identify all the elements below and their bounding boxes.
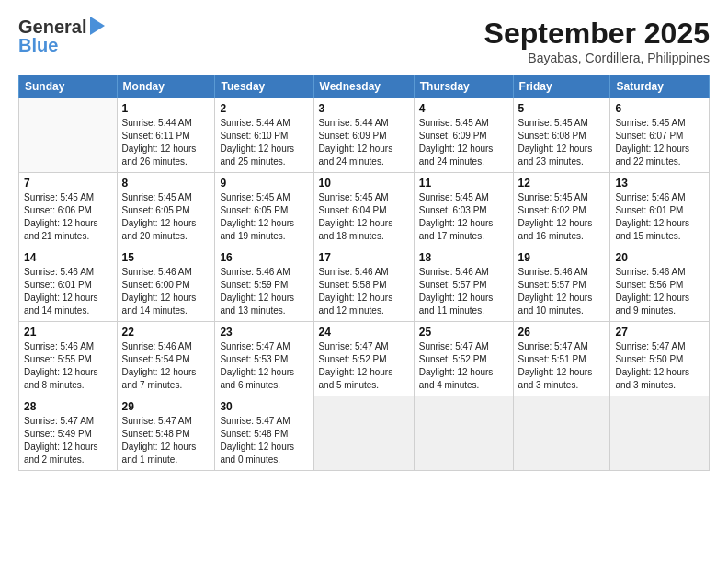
day-info: Sunrise: 5:44 AM Sunset: 6:09 PM Dayligh… (319, 117, 409, 168)
day-info: Sunrise: 5:45 AM Sunset: 6:05 PM Dayligh… (220, 191, 308, 243)
day-info: Sunrise: 5:47 AM Sunset: 5:52 PM Dayligh… (419, 340, 508, 392)
weekday-header: Tuesday (215, 75, 313, 98)
day-number: 25 (419, 326, 508, 339)
day-info: Sunrise: 5:46 AM Sunset: 5:58 PM Dayligh… (319, 266, 409, 317)
calendar-cell: 6Sunrise: 5:45 AM Sunset: 6:07 PM Daylig… (610, 98, 710, 173)
calendar-cell (513, 396, 610, 471)
calendar-cell: 7Sunrise: 5:45 AM Sunset: 6:06 PM Daylig… (19, 173, 118, 247)
day-info: Sunrise: 5:46 AM Sunset: 5:55 PM Dayligh… (24, 340, 112, 392)
calendar-cell: 9Sunrise: 5:45 AM Sunset: 6:05 PM Daylig… (215, 173, 313, 247)
calendar-cell: 20Sunrise: 5:46 AM Sunset: 5:56 PM Dayli… (610, 247, 710, 322)
day-info: Sunrise: 5:47 AM Sunset: 5:49 PM Dayligh… (24, 415, 112, 466)
day-number: 6 (615, 102, 704, 115)
calendar-cell: 3Sunrise: 5:44 AM Sunset: 6:09 PM Daylig… (313, 98, 414, 173)
day-info: Sunrise: 5:44 AM Sunset: 6:11 PM Dayligh… (122, 117, 210, 168)
calendar-cell: 11Sunrise: 5:45 AM Sunset: 6:03 PM Dayli… (414, 173, 513, 247)
weekday-header: Sunday (19, 75, 118, 98)
day-number: 9 (220, 177, 308, 190)
day-number: 30 (220, 400, 308, 413)
day-info: Sunrise: 5:45 AM Sunset: 6:05 PM Dayligh… (122, 191, 210, 243)
day-info: Sunrise: 5:46 AM Sunset: 5:57 PM Dayligh… (419, 266, 508, 317)
calendar-cell (19, 98, 118, 173)
calendar-cell: 16Sunrise: 5:46 AM Sunset: 5:59 PM Dayli… (215, 247, 313, 322)
calendar-table: SundayMondayTuesdayWednesdayThursdayFrid… (18, 75, 710, 471)
day-info: Sunrise: 5:46 AM Sunset: 5:57 PM Dayligh… (518, 266, 606, 317)
weekday-header: Friday (513, 75, 610, 98)
calendar-cell: 8Sunrise: 5:45 AM Sunset: 6:05 PM Daylig… (117, 173, 215, 247)
calendar-cell: 10Sunrise: 5:45 AM Sunset: 6:04 PM Dayli… (313, 173, 414, 247)
day-number: 18 (419, 251, 508, 264)
calendar-cell: 12Sunrise: 5:45 AM Sunset: 6:02 PM Dayli… (513, 173, 610, 247)
day-number: 10 (319, 177, 409, 190)
day-number: 24 (319, 326, 409, 339)
weekday-header: Saturday (610, 75, 710, 98)
calendar-cell: 30Sunrise: 5:47 AM Sunset: 5:48 PM Dayli… (215, 396, 313, 471)
calendar-cell: 15Sunrise: 5:46 AM Sunset: 6:00 PM Dayli… (117, 247, 215, 322)
calendar-cell: 21Sunrise: 5:46 AM Sunset: 5:55 PM Dayli… (19, 322, 118, 396)
day-number: 22 (122, 326, 210, 339)
day-info: Sunrise: 5:46 AM Sunset: 5:56 PM Dayligh… (615, 266, 704, 317)
day-info: Sunrise: 5:46 AM Sunset: 5:54 PM Dayligh… (122, 340, 210, 392)
day-number: 7 (24, 177, 112, 190)
calendar-cell: 17Sunrise: 5:46 AM Sunset: 5:58 PM Dayli… (313, 247, 414, 322)
calendar-cell: 27Sunrise: 5:47 AM Sunset: 5:50 PM Dayli… (610, 322, 710, 396)
day-number: 2 (220, 102, 308, 115)
day-number: 15 (122, 251, 210, 264)
day-number: 14 (24, 251, 112, 264)
calendar-cell: 1Sunrise: 5:44 AM Sunset: 6:11 PM Daylig… (117, 98, 215, 173)
calendar-cell: 23Sunrise: 5:47 AM Sunset: 5:53 PM Dayli… (215, 322, 313, 396)
title-block: September 2025 Bayabas, Cordillera, Phil… (484, 17, 710, 65)
day-number: 11 (419, 177, 508, 190)
day-number: 20 (615, 251, 704, 264)
day-info: Sunrise: 5:47 AM Sunset: 5:48 PM Dayligh… (220, 415, 308, 466)
day-number: 5 (518, 102, 606, 115)
day-number: 3 (319, 102, 409, 115)
day-info: Sunrise: 5:45 AM Sunset: 6:09 PM Dayligh… (419, 117, 508, 168)
day-number: 4 (419, 102, 508, 115)
header: General Blue September 2025 Bayabas, Cor… (18, 17, 710, 65)
weekday-header: Thursday (414, 75, 513, 98)
calendar-cell: 29Sunrise: 5:47 AM Sunset: 5:48 PM Dayli… (117, 396, 215, 471)
calendar-cell: 22Sunrise: 5:46 AM Sunset: 5:54 PM Dayli… (117, 322, 215, 396)
calendar-cell (414, 396, 513, 471)
calendar-week-row: 14Sunrise: 5:46 AM Sunset: 6:01 PM Dayli… (19, 247, 710, 322)
logo-general: General (18, 17, 86, 37)
page-container: General Blue September 2025 Bayabas, Cor… (0, 0, 728, 480)
day-number: 28 (24, 400, 112, 413)
day-info: Sunrise: 5:46 AM Sunset: 6:00 PM Dayligh… (122, 266, 210, 317)
day-info: Sunrise: 5:46 AM Sunset: 5:59 PM Dayligh… (220, 266, 308, 317)
calendar-cell: 25Sunrise: 5:47 AM Sunset: 5:52 PM Dayli… (414, 322, 513, 396)
day-info: Sunrise: 5:44 AM Sunset: 6:10 PM Dayligh… (220, 117, 308, 168)
day-info: Sunrise: 5:45 AM Sunset: 6:03 PM Dayligh… (419, 191, 508, 243)
day-number: 12 (518, 177, 606, 190)
day-number: 26 (518, 326, 606, 339)
calendar-week-row: 1Sunrise: 5:44 AM Sunset: 6:11 PM Daylig… (19, 98, 710, 173)
logo-blue: Blue (18, 35, 105, 55)
calendar-header-row: SundayMondayTuesdayWednesdayThursdayFrid… (19, 75, 710, 98)
day-number: 1 (122, 102, 210, 115)
logo-arrow-icon (90, 17, 105, 35)
day-number: 13 (615, 177, 704, 190)
day-info: Sunrise: 5:47 AM Sunset: 5:52 PM Dayligh… (319, 340, 409, 392)
weekday-header: Wednesday (313, 75, 414, 98)
calendar-cell (313, 396, 414, 471)
day-number: 8 (122, 177, 210, 190)
day-info: Sunrise: 5:46 AM Sunset: 6:01 PM Dayligh… (24, 266, 112, 317)
day-info: Sunrise: 5:47 AM Sunset: 5:48 PM Dayligh… (122, 415, 210, 466)
day-info: Sunrise: 5:45 AM Sunset: 6:08 PM Dayligh… (518, 117, 606, 168)
day-number: 16 (220, 251, 308, 264)
day-number: 29 (122, 400, 210, 413)
calendar-cell: 2Sunrise: 5:44 AM Sunset: 6:10 PM Daylig… (215, 98, 313, 173)
day-info: Sunrise: 5:46 AM Sunset: 6:01 PM Dayligh… (615, 191, 704, 243)
calendar-cell: 5Sunrise: 5:45 AM Sunset: 6:08 PM Daylig… (513, 98, 610, 173)
month-title: September 2025 (484, 17, 710, 51)
calendar-week-row: 7Sunrise: 5:45 AM Sunset: 6:06 PM Daylig… (19, 173, 710, 247)
calendar-cell: 18Sunrise: 5:46 AM Sunset: 5:57 PM Dayli… (414, 247, 513, 322)
day-number: 27 (615, 326, 704, 339)
calendar-cell: 14Sunrise: 5:46 AM Sunset: 6:01 PM Dayli… (19, 247, 118, 322)
calendar-cell: 4Sunrise: 5:45 AM Sunset: 6:09 PM Daylig… (414, 98, 513, 173)
day-number: 23 (220, 326, 308, 339)
day-info: Sunrise: 5:47 AM Sunset: 5:53 PM Dayligh… (220, 340, 308, 392)
calendar-cell: 26Sunrise: 5:47 AM Sunset: 5:51 PM Dayli… (513, 322, 610, 396)
calendar-cell (610, 396, 710, 471)
